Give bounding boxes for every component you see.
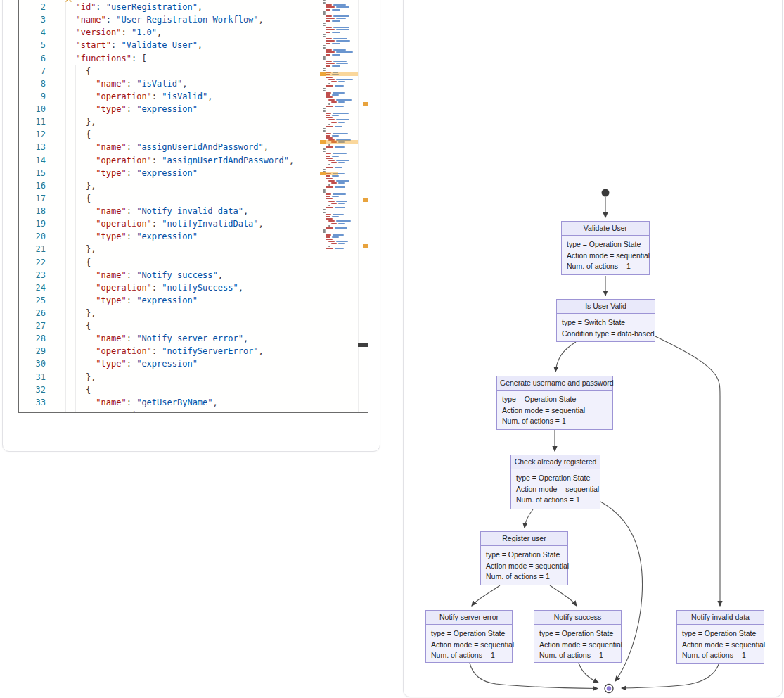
code-line: 7 { bbox=[19, 65, 368, 77]
code-line: 26 }, bbox=[19, 307, 368, 319]
code-line: 9 "operation": "isValid", bbox=[19, 90, 368, 103]
code-line: 27 { bbox=[19, 319, 368, 332]
line-number: 14 bbox=[19, 154, 46, 167]
state-node-generate-username-and-password: Generate username and passwordtype = Ope… bbox=[496, 376, 613, 430]
line-number: 19 bbox=[19, 217, 46, 230]
line-number: 15 bbox=[19, 167, 46, 179]
edge-notify-server-error-to-end bbox=[470, 663, 598, 689]
line-number: 33 bbox=[19, 396, 46, 409]
state-title: Validate User bbox=[562, 222, 649, 236]
state-node-notify-invalid-data: Notify invalid datatype = Operation Stat… bbox=[676, 610, 764, 664]
line-number: 29 bbox=[19, 345, 46, 357]
line-number: 3 bbox=[19, 13, 46, 26]
line-number: 21 bbox=[19, 243, 46, 255]
code-line: 25 "type": "expression" bbox=[19, 294, 368, 307]
line-number: 32 bbox=[19, 383, 46, 396]
end-node bbox=[605, 685, 613, 693]
line-number: 12 bbox=[19, 128, 46, 141]
overview-ruler[interactable] bbox=[358, 0, 368, 412]
state-title: Generate username and password bbox=[497, 376, 612, 391]
state-node-is-user-valid: Is User Validtype = Switch StateConditio… bbox=[556, 299, 655, 342]
code-line: 16 }, bbox=[19, 179, 368, 192]
line-number: 6 bbox=[19, 52, 46, 65]
state-attribute: type = Operation State bbox=[539, 628, 616, 640]
state-title: Notify server error bbox=[426, 611, 512, 625]
state-attribute: Num. of actions = 1 bbox=[431, 650, 507, 661]
state-attribute: Action mode = sequential bbox=[682, 640, 759, 651]
state-title: Check already registered bbox=[511, 455, 600, 469]
code-line: 32 { bbox=[19, 383, 368, 396]
code-line: 24 "operation": "notifySuccess", bbox=[19, 281, 368, 294]
line-number: 13 bbox=[19, 141, 46, 153]
state-attribute: type = Switch State bbox=[562, 317, 650, 329]
state-attribute: Num. of actions = 1 bbox=[516, 495, 595, 506]
line-number: 23 bbox=[19, 269, 46, 281]
code-line: 34 "operation": "getUserByName", bbox=[19, 409, 368, 413]
state-attribute: Action mode = sequential bbox=[486, 561, 563, 572]
line-number: 22 bbox=[19, 256, 46, 269]
code-line: 4 "version": "1.0", bbox=[19, 26, 368, 39]
code-line: 14 "operation": "assignUserIdAndPassword… bbox=[19, 154, 368, 167]
line-number: 11 bbox=[19, 115, 46, 128]
state-title: Is User Valid bbox=[557, 300, 655, 314]
state-attribute: Num. of actions = 1 bbox=[567, 261, 644, 272]
code-line: 30 "type": "expression" bbox=[19, 357, 368, 370]
json-editor[interactable]: 1{2 "id": "userRegistration",3 "name": "… bbox=[18, 0, 368, 413]
line-number: 20 bbox=[19, 230, 46, 243]
line-number: 9 bbox=[19, 90, 46, 103]
minimap[interactable] bbox=[320, 0, 358, 412]
code-line: 8 "name": "isValid", bbox=[19, 77, 368, 90]
code-line: 13 "name": "assignUserIdAndPassword", bbox=[19, 141, 368, 153]
state-node-register-user: Register usertype = Operation StateActio… bbox=[480, 531, 568, 585]
state-attribute: type = Operation State bbox=[486, 550, 563, 561]
code-line: 17 { bbox=[19, 192, 368, 205]
line-number: 16 bbox=[19, 179, 46, 192]
state-attribute: Num. of actions = 1 bbox=[486, 571, 563, 583]
state-title: Register user bbox=[481, 532, 567, 546]
state-attribute: Num. of actions = 1 bbox=[539, 650, 616, 661]
page: 1{2 "id": "userRegistration",3 "name": "… bbox=[0, 0, 784, 698]
code-line: 18 "name": "Notify invalid data", bbox=[19, 205, 368, 217]
edge-notify-success-to-end bbox=[579, 663, 598, 683]
line-number: 25 bbox=[19, 294, 46, 307]
ruler-mark bbox=[363, 102, 368, 106]
code-line: 29 "operation": "notifyServerError", bbox=[19, 345, 368, 357]
code-line: 11 }, bbox=[19, 115, 368, 128]
code-line: 23 "name": "Notify success", bbox=[19, 269, 368, 281]
state-node-notify-server-error: Notify server errortype = Operation Stat… bbox=[425, 610, 513, 663]
line-number: 34 bbox=[19, 409, 46, 413]
state-node-notify-success: Notify successtype = Operation StateActi… bbox=[534, 610, 622, 663]
code-line: 2 "id": "userRegistration", bbox=[19, 1, 368, 13]
code-line: 3 "name": "User Registration Workflow", bbox=[19, 13, 368, 26]
line-number: 4 bbox=[19, 26, 46, 39]
warning-squiggle-icon bbox=[65, 0, 72, 2]
edge-register-to-notify-server-error bbox=[472, 585, 500, 606]
start-node bbox=[602, 189, 610, 197]
state-attribute: type = Operation State bbox=[502, 394, 608, 405]
edge-check-to-register bbox=[525, 509, 533, 528]
scrollbar-position-marker[interactable] bbox=[358, 343, 368, 347]
edge-is-user-valid-to-notify-invalid-data bbox=[655, 336, 720, 606]
ruler-mark bbox=[363, 244, 368, 248]
state-node-check-already-registered: Check already registeredtype = Operation… bbox=[510, 455, 600, 509]
state-attribute: Num. of actions = 1 bbox=[682, 650, 759, 661]
code-line: 15 "type": "expression" bbox=[19, 167, 368, 179]
code-line: 6 "functions": [ bbox=[19, 52, 368, 65]
state-attribute: Action mode = sequential bbox=[567, 250, 644, 262]
state-title: Notify success bbox=[534, 611, 621, 625]
line-number: 28 bbox=[19, 332, 46, 345]
code-line: 22 { bbox=[19, 256, 368, 269]
line-number: 27 bbox=[19, 319, 46, 332]
state-attribute: Action mode = sequential bbox=[516, 484, 595, 495]
line-number: 5 bbox=[19, 39, 46, 51]
state-attribute: Condition type = data-based bbox=[562, 329, 650, 340]
state-attribute: type = Operation State bbox=[682, 628, 759, 640]
state-node-validate-user: Validate Usertype = Operation StateActio… bbox=[561, 221, 650, 275]
line-number: 26 bbox=[19, 307, 46, 319]
state-attribute: type = Operation State bbox=[567, 239, 644, 250]
line-number: 8 bbox=[19, 77, 46, 90]
ruler-mark bbox=[363, 198, 368, 202]
code-line: 21 }, bbox=[19, 243, 368, 255]
state-attribute: type = Operation State bbox=[431, 628, 507, 640]
state-title: Notify invalid data bbox=[677, 611, 764, 625]
